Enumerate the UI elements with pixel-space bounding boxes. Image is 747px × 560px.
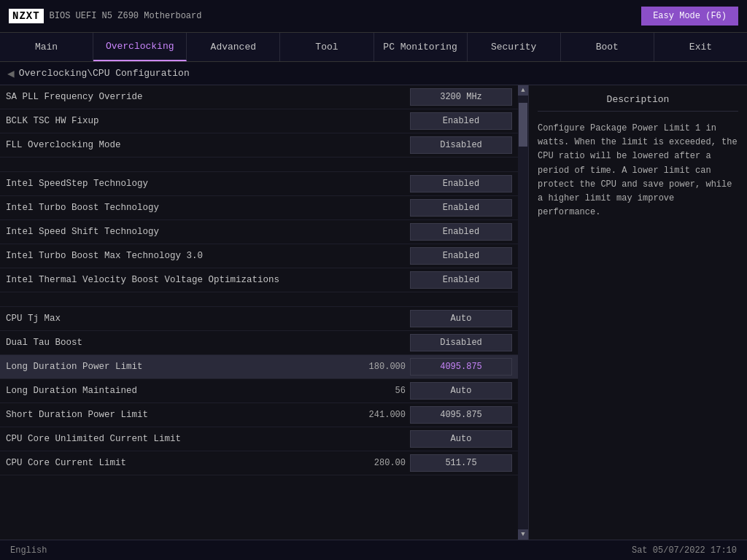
table-row: SA PLL Frequency Override 3200 MHz <box>0 85 518 109</box>
description-text: Configure Package Power Limit 1 in watts… <box>538 122 738 219</box>
nzxt-logo: NZXT <box>9 9 44 23</box>
empty-row <box>0 292 518 307</box>
table-row: CPU Core Current Limit 280.00 511.75 <box>0 451 518 475</box>
tab-pc-monitoring[interactable]: PC Monitoring <box>374 33 468 61</box>
bios-info: BIOS UEFI N5 Z690 Motherboard <box>50 11 202 21</box>
table-row: Long Duration Power Limit 180.000 4095.8… <box>0 355 518 379</box>
footer-language: English <box>10 545 47 556</box>
setting-label: BCLK TSC HW Fixup <box>6 116 347 126</box>
logo-area: NZXT BIOS UEFI N5 Z690 Motherboard <box>9 9 201 23</box>
description-title: Description <box>538 94 738 112</box>
scrollbar[interactable]: ▲ ▼ <box>518 85 528 540</box>
easy-mode-button[interactable]: Easy Mode (F6) <box>641 7 738 26</box>
scroll-track <box>518 96 528 529</box>
setting-value-button[interactable]: Enabled <box>410 175 512 192</box>
setting-label: CPU Tj Max <box>6 314 347 324</box>
settings-panel: SA PLL Frequency Override 3200 MHz BCLK … <box>0 85 518 540</box>
setting-label: CPU Core Unlimited Current Limit <box>6 434 347 444</box>
setting-value-button[interactable]: Enabled <box>410 223 512 241</box>
table-row: CPU Core Unlimited Current Limit Auto <box>0 427 518 451</box>
setting-value-button[interactable]: Enabled <box>410 112 512 130</box>
footer: English Sat 05/07/2022 17:10 <box>0 540 747 560</box>
setting-label: Intel Turbo Boost Technology <box>6 203 347 213</box>
tab-overclocking[interactable]: Overclocking <box>93 33 187 61</box>
nav-tabs: Main Overclocking Advanced Tool PC Monit… <box>0 33 747 62</box>
table-row: BCLK TSC HW Fixup Enabled <box>0 109 518 133</box>
setting-label: Intel Turbo Boost Max Technology 3.0 <box>6 251 347 261</box>
scroll-thumb[interactable] <box>519 103 527 147</box>
setting-value-button[interactable]: Auto <box>410 430 512 448</box>
table-row: Intel Turbo Boost Max Technology 3.0 Ena… <box>0 244 518 268</box>
setting-value-button[interactable]: Disabled <box>410 334 512 351</box>
setting-value-button[interactable]: 4095.875 <box>410 406 512 424</box>
tab-exit[interactable]: Exit <box>654 33 747 61</box>
tab-security[interactable]: Security <box>468 33 561 61</box>
setting-left-value: 180.000 <box>347 362 406 372</box>
bios-header: NZXT BIOS UEFI N5 Z690 Motherboard Easy … <box>0 0 747 33</box>
table-row: Intel Speed Shift Technology Enabled <box>0 220 518 244</box>
setting-left-value: 280.00 <box>347 458 406 468</box>
setting-value-button[interactable]: 4095.875 <box>410 358 512 376</box>
setting-value-button[interactable]: 3200 MHz <box>410 88 512 106</box>
setting-value-button[interactable]: Enabled <box>410 247 512 265</box>
table-row: FLL Overclocking Mode Disabled <box>0 133 518 158</box>
setting-label: Dual Tau Boost <box>6 338 347 348</box>
table-row: CPU Tj Max Auto <box>0 307 518 331</box>
breadcrumb-path: Overclocking\CPU Configuration <box>19 68 190 79</box>
setting-label: Long Duration Maintained <box>6 386 347 396</box>
setting-label: Long Duration Power Limit <box>6 362 347 372</box>
setting-value-button[interactable]: Enabled <box>410 199 512 217</box>
footer-datetime: Sat 05/07/2022 17:10 <box>632 545 737 556</box>
description-panel: Description Configure Package Power Limi… <box>528 85 747 540</box>
setting-label: Short Duration Power Limit <box>6 410 347 420</box>
table-row: Intel SpeedStep Technology Enabled <box>0 172 518 196</box>
setting-value-button[interactable]: 511.75 <box>410 454 512 472</box>
tab-main[interactable]: Main <box>0 33 93 61</box>
setting-label: SA PLL Frequency Override <box>6 92 347 102</box>
breadcrumb-back-icon[interactable]: ◀ <box>7 66 15 81</box>
setting-value-button[interactable]: Enabled <box>410 271 512 289</box>
table-row: Dual Tau Boost Disabled <box>0 331 518 355</box>
table-row: Intel Thermal Velocity Boost Voltage Opt… <box>0 268 518 292</box>
setting-label: Intel SpeedStep Technology <box>6 179 347 189</box>
setting-value-button[interactable]: Auto <box>410 382 512 400</box>
setting-label: Intel Speed Shift Technology <box>6 227 347 237</box>
tab-boot[interactable]: Boot <box>561 33 654 61</box>
breadcrumb: ◀ Overclocking\CPU Configuration <box>0 62 747 85</box>
table-row: Short Duration Power Limit 241.000 4095.… <box>0 403 518 427</box>
main-content: SA PLL Frequency Override 3200 MHz BCLK … <box>0 85 747 540</box>
setting-label: FLL Overclocking Mode <box>6 140 347 150</box>
setting-left-value: 241.000 <box>347 410 406 420</box>
empty-row <box>0 158 518 172</box>
setting-value-button[interactable]: Disabled <box>410 136 512 154</box>
setting-label: Intel Thermal Velocity Boost Voltage Opt… <box>6 275 347 285</box>
settings-table: SA PLL Frequency Override 3200 MHz BCLK … <box>0 85 518 475</box>
scroll-up-arrow[interactable]: ▲ <box>518 85 528 96</box>
setting-label: CPU Core Current Limit <box>6 458 347 468</box>
tab-advanced[interactable]: Advanced <box>187 33 280 61</box>
table-row: Long Duration Maintained 56 Auto <box>0 379 518 403</box>
setting-left-value: 56 <box>347 386 406 396</box>
scroll-down-arrow[interactable]: ▼ <box>518 529 528 540</box>
table-row: Intel Turbo Boost Technology Enabled <box>0 196 518 220</box>
settings-area: SA PLL Frequency Override 3200 MHz BCLK … <box>0 85 528 540</box>
tab-tool[interactable]: Tool <box>280 33 374 61</box>
setting-value-button[interactable]: Auto <box>410 310 512 327</box>
